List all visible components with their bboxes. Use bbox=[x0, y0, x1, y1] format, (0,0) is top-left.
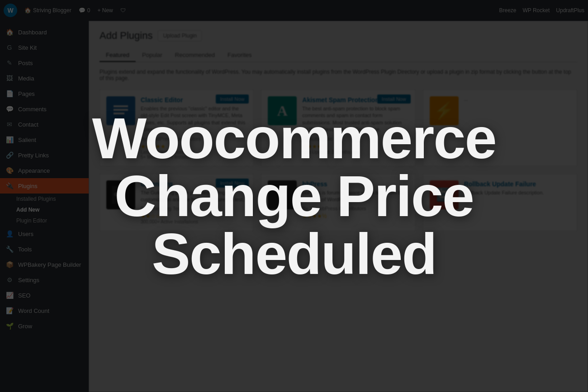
screenshot-container: W 🏠 Striving Blogger 💬 0 + New 🛡 Breeze … bbox=[0, 0, 588, 392]
headline-text-line1: Woocommerce Change Price Scheduled bbox=[74, 109, 514, 283]
overlay-headline: Woocommerce Change Price Scheduled bbox=[0, 0, 588, 392]
